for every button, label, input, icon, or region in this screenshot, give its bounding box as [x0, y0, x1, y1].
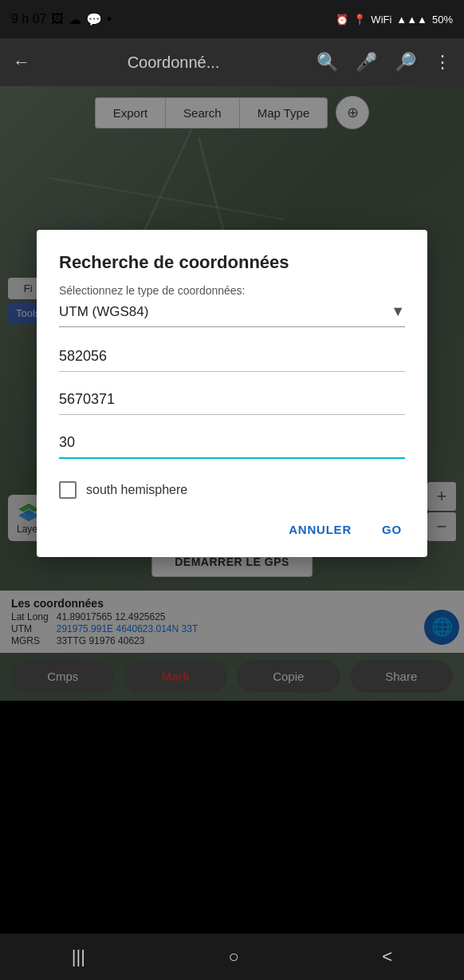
northing-input[interactable]	[59, 385, 405, 415]
dialog-label: Sélectionnez le type de coordonnées:	[59, 284, 405, 297]
cloud-icon: ☁	[69, 12, 81, 27]
easting-input[interactable]	[59, 342, 405, 372]
chevron-down-icon: ▼	[391, 303, 405, 320]
zone-input[interactable]	[59, 428, 405, 459]
top-bar: ← Coordonné... 🔍 🎤 🔎 ⋮	[0, 38, 464, 86]
status-bar: 9 h 07 🖼 ☁ 💬 • ⏰ 📍 WiFi ▲▲▲ 50%	[0, 0, 464, 38]
back-nav-button[interactable]: <	[366, 940, 408, 974]
dropdown-value: UTM (WGS84)	[59, 304, 148, 320]
status-time: 9 h 07	[11, 12, 46, 26]
dot-icon: •	[107, 12, 112, 26]
alarm-icon: ⏰	[336, 14, 348, 26]
signal-icon: ▲▲▲	[396, 14, 427, 26]
zoom-icon[interactable]: 🔎	[390, 47, 421, 77]
back-button[interactable]: ←	[8, 47, 35, 77]
checkbox-label: south hemisphere	[86, 483, 187, 497]
messenger-icon: 💬	[86, 12, 102, 27]
search-icon[interactable]: 🔍	[312, 47, 343, 77]
status-left: 9 h 07 🖼 ☁ 💬 •	[11, 12, 112, 27]
location-icon: 📍	[353, 14, 366, 26]
map-area: Export Search Map Type ⊕ Fi Tools Layer …	[0, 86, 464, 701]
home-button[interactable]: ○	[213, 940, 255, 974]
cancel-button[interactable]: ANNULER	[285, 518, 355, 541]
photo-icon: 🖼	[51, 12, 64, 26]
checkbox-row: south hemisphere	[59, 481, 405, 499]
mic-icon[interactable]: 🎤	[351, 47, 382, 77]
wifi-icon: WiFi	[371, 14, 391, 26]
south-hemisphere-checkbox[interactable]	[59, 481, 77, 499]
coordinate-type-dropdown[interactable]: UTM (WGS84) ▼	[59, 303, 405, 327]
recent-apps-button[interactable]: |||	[56, 940, 101, 974]
nav-bar: ||| ○ <	[0, 934, 464, 980]
dialog-actions: ANNULER GO	[59, 518, 405, 541]
battery-label: 50%	[432, 14, 453, 26]
dialog-title: Recherche de coordonnées	[59, 252, 405, 273]
more-icon[interactable]: ⋮	[429, 47, 456, 77]
search-dialog: Recherche de coordonnées Sélectionnez le…	[37, 230, 427, 557]
dialog-overlay: Recherche de coordonnées Sélectionnez le…	[0, 86, 464, 701]
go-button[interactable]: GO	[379, 518, 405, 541]
status-right: ⏰ 📍 WiFi ▲▲▲ 50%	[336, 14, 453, 26]
page-title: Coordonné...	[43, 53, 304, 72]
